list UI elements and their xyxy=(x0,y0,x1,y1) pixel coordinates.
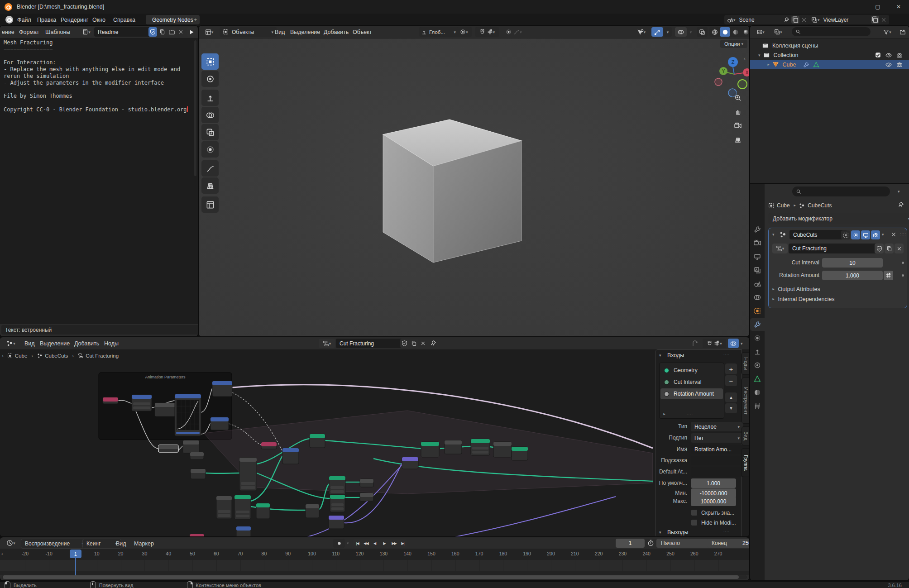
modifier-render-display-toggle[interactable] xyxy=(871,230,880,239)
tool-transform-button[interactable] xyxy=(201,141,219,158)
graph-node[interactable] xyxy=(402,457,418,469)
outliner-row-cube[interactable]: ▾Cube xyxy=(750,60,909,69)
viewport-menu-4[interactable]: Объект xyxy=(351,26,374,38)
field-hide-in-modi---[interactable]: Hide in Modi... xyxy=(691,519,736,526)
viewport-pan-button[interactable] xyxy=(732,106,744,118)
modifier-extras-icon[interactable]: ▾ xyxy=(882,232,884,237)
editor-type-button[interactable]: ▾ xyxy=(3,538,19,548)
outliner-filter-source[interactable]: ▾ xyxy=(770,27,786,37)
timeline-menu-3[interactable]: Вид xyxy=(114,537,128,550)
editor-type-button[interactable]: ▾ xyxy=(201,27,217,37)
graph-node[interactable] xyxy=(183,440,199,453)
graph-node[interactable] xyxy=(155,403,176,416)
close-icon[interactable] xyxy=(881,17,886,23)
new-text-button[interactable] xyxy=(158,27,167,37)
properties-search-input[interactable] xyxy=(792,186,890,196)
graph-node[interactable] xyxy=(132,395,152,411)
input-item-geometry[interactable]: Geometry xyxy=(660,365,723,376)
add-modifier-button[interactable]: Добавить модификатор ▾ xyxy=(768,213,909,224)
workspace-tab-geometry-nodes[interactable]: Geometry Nodes xyxy=(146,15,200,24)
node-snap-toggle[interactable]: ▾ xyxy=(703,339,726,348)
panel-collapse-icon[interactable]: ▾ xyxy=(772,232,775,237)
viewport-camera-view-button[interactable] xyxy=(732,120,744,132)
text-datablock-icon[interactable]: ▾ xyxy=(80,27,93,37)
modifier-viewport-display-toggle[interactable] xyxy=(861,230,870,239)
tool-move-button[interactable] xyxy=(201,90,219,106)
graph-node[interactable] xyxy=(158,445,178,452)
graph-node[interactable] xyxy=(256,503,270,519)
titlebar-minimize-button[interactable]: — xyxy=(847,0,867,14)
editor-type-button[interactable]: ▾ xyxy=(3,339,19,348)
close-icon[interactable] xyxy=(801,17,807,23)
properties-tab-modifier[interactable] xyxy=(750,318,765,331)
eye-icon[interactable] xyxy=(885,52,892,58)
playback-next-keyframe-button[interactable]: ▶▶ xyxy=(390,539,398,548)
outliner-row-scene-collection[interactable]: Коллекция сцены xyxy=(750,41,909,50)
playback-prev-frame-button[interactable]: ◀ xyxy=(370,539,379,548)
outputs-panel-header[interactable]: ▾ Выходы :::: xyxy=(655,530,742,536)
graph-node[interactable] xyxy=(445,440,462,454)
graph-node[interactable] xyxy=(234,495,251,519)
sidebar-tab-группа[interactable]: Группа xyxy=(742,448,749,477)
sidebar-tab-вид[interactable]: Вид xyxy=(742,426,749,445)
properties-tab-tool[interactable] xyxy=(750,223,765,236)
move-input-up-button[interactable]: ▲ xyxy=(725,392,737,402)
expand-icon[interactable]: ▾ xyxy=(766,63,770,66)
tool-rotate-button[interactable] xyxy=(201,107,219,123)
graph-node[interactable] xyxy=(236,526,251,536)
frame-start-field[interactable]: Начало 1 xyxy=(656,539,715,548)
viewport-3d[interactable]: ▾ Объекты ▾ Глоб... ▾ ▾ ▾ ▾ ▾ xyxy=(199,26,749,336)
overlays-toggle[interactable] xyxy=(675,27,687,37)
scene-selector[interactable]: ▾ Scene xyxy=(724,15,809,24)
camera-icon[interactable] xyxy=(896,52,903,58)
field-скрыть-зна---[interactable]: Скрыть зна... xyxy=(691,509,734,516)
snap-toggle[interactable]: ▾ xyxy=(475,27,499,37)
breadcrumb-item[interactable]: Cut Fracturing xyxy=(86,353,119,359)
properties-tab-object-data[interactable] xyxy=(750,373,765,385)
shading-material-button[interactable] xyxy=(730,27,741,37)
input-attribute-toggle-button[interactable] xyxy=(884,271,893,280)
topbar-menu-2[interactable]: Правка xyxy=(35,14,58,26)
frame-end-field[interactable]: Конец 250 xyxy=(707,539,749,548)
tool-annotate-button[interactable] xyxy=(201,160,219,177)
chevron-down-icon[interactable]: ▾ xyxy=(347,541,349,545)
timeline[interactable]: ▾ Воспроизведение▾Кеинг▾ВидМаркер ▾ |◀◀◀… xyxy=(0,537,749,580)
timeline-ruler[interactable] xyxy=(0,549,749,560)
topbar-menu-3[interactable]: Рендеринг xyxy=(59,14,90,26)
graph-node[interactable] xyxy=(310,434,325,448)
viewport-zoom-button[interactable] xyxy=(732,92,744,104)
cube-object[interactable] xyxy=(199,26,749,336)
modifier-field-rotation-amount[interactable]: 1.000 xyxy=(822,271,883,280)
graph-node[interactable] xyxy=(329,516,344,529)
group-unlink-button[interactable] xyxy=(895,244,904,253)
stopwatch-icon[interactable] xyxy=(647,540,654,546)
input-item-cut-interval[interactable]: Cut Interval xyxy=(660,377,723,387)
modifier-name-field[interactable]: CubeCuts xyxy=(789,230,847,239)
node-editor-menu-4[interactable]: Ноды xyxy=(102,337,120,349)
delete-modifier-icon[interactable] xyxy=(891,232,896,237)
graph-node[interactable] xyxy=(512,447,528,460)
outliner-filter-button[interactable]: ▾ xyxy=(879,27,896,37)
tool-measure-button[interactable] xyxy=(201,177,219,194)
drag-handle[interactable]: :::: xyxy=(723,353,730,357)
sidebar-tab-инструмент[interactable]: Инструмент xyxy=(742,378,749,424)
text-editor-menu-3[interactable]: Шаблоны xyxy=(43,26,72,38)
modifier-realtime-toggle[interactable] xyxy=(851,230,860,239)
tool-scale-button[interactable] xyxy=(201,124,219,140)
viewport-perspective-toggle-button[interactable] xyxy=(732,134,744,146)
outliner-display-mode[interactable]: ▾ xyxy=(752,27,769,37)
topbar-menu-1[interactable]: Файл xyxy=(15,14,33,26)
properties-tab-world[interactable] xyxy=(750,291,765,304)
properties-tab-material[interactable] xyxy=(750,386,765,399)
group-copy-button[interactable] xyxy=(885,244,894,253)
group-fake-user-button[interactable] xyxy=(875,244,884,253)
group-datablock-type[interactable]: ▾ xyxy=(319,339,335,348)
properties-tab-object[interactable] xyxy=(750,305,765,317)
gizmos-dropdown[interactable]: ▾ xyxy=(664,27,672,37)
remove-input-button[interactable]: − xyxy=(725,375,737,386)
open-text-button[interactable] xyxy=(167,27,176,37)
text-editor-menu-2[interactable]: Формат xyxy=(17,26,41,38)
graph-node[interactable] xyxy=(216,496,232,519)
add-workspace-button[interactable]: + xyxy=(192,14,199,26)
modifier-subpanel-internal-dependencies[interactable]: ▾Internal Dependencies xyxy=(772,296,835,302)
